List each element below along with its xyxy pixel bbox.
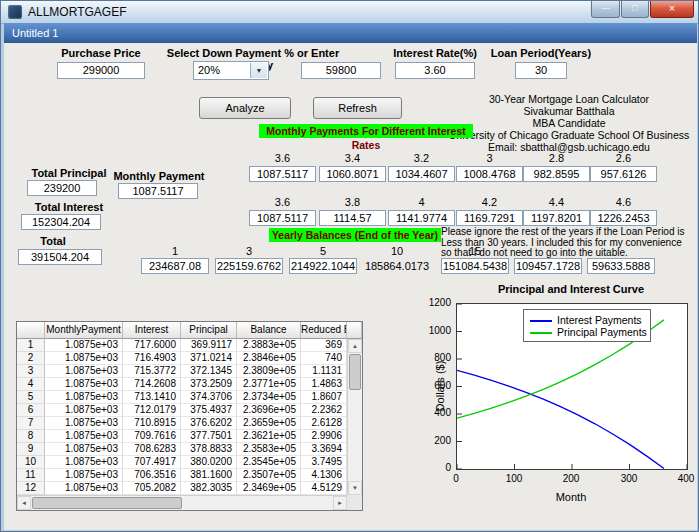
row-number[interactable]: 1 xyxy=(17,339,45,352)
row-number[interactable]: 9 xyxy=(17,443,45,456)
table-cell[interactable]: 1.0875e+03 xyxy=(45,482,123,495)
table-cell[interactable]: 705.2082 xyxy=(123,482,181,495)
table-cell[interactable]: 716.4903 xyxy=(123,352,181,365)
table-cell[interactable]: 2.3545e+05 xyxy=(237,456,301,469)
table-cell[interactable]: 1.0875e+03 xyxy=(45,404,123,417)
row-number[interactable]: 4 xyxy=(17,378,45,391)
table-cell[interactable]: 710.8915 xyxy=(123,417,181,430)
table-cell[interactable]: 3.7495 xyxy=(301,456,347,469)
row-number[interactable]: 5 xyxy=(17,391,45,404)
table-cell[interactable]: 2.3583e+05 xyxy=(237,443,301,456)
table-cell[interactable]: 1.8607 xyxy=(301,391,347,404)
table-cell[interactable]: 1.0875e+03 xyxy=(45,430,123,443)
figure-titlebar[interactable]: Untitled 1 xyxy=(4,23,697,43)
table-cell[interactable]: 371.0214 xyxy=(181,352,237,365)
interest-rate-input[interactable]: 3.60 xyxy=(395,62,475,79)
table-cell[interactable]: 369 xyxy=(301,339,347,352)
monthly-payment-box[interactable]: 1197.8201 xyxy=(523,210,590,226)
table-cell[interactable]: 2.3621e+05 xyxy=(237,430,301,443)
table-cell[interactable]: 1.0875e+03 xyxy=(45,391,123,404)
down-payment-select[interactable]: 20% ▼ xyxy=(193,61,269,80)
monthly-payment-box[interactable]: 1114.57 xyxy=(319,210,386,226)
monthly-payment-box[interactable]: 957.6126 xyxy=(590,166,657,182)
table-cell[interactable]: 709.7616 xyxy=(123,430,181,443)
yearly-balance-box[interactable]: 109457.1728 xyxy=(514,258,582,274)
row-number[interactable]: 11 xyxy=(17,469,45,482)
monthly-payment-box[interactable]: 982.8595 xyxy=(523,166,590,182)
yearly-balance-box[interactable]: 214922.1044 xyxy=(289,258,357,274)
monthly-payment-box[interactable]: 1087.5117 xyxy=(249,166,316,182)
table-cell[interactable]: 2.3809e+05 xyxy=(237,365,301,378)
table-cell[interactable]: 2.3696e+05 xyxy=(237,404,301,417)
refresh-button[interactable]: Refresh xyxy=(313,97,402,119)
table-cell[interactable]: 2.3734e+05 xyxy=(237,391,301,404)
table-cell[interactable]: 715.3772 xyxy=(123,365,181,378)
vertical-scrollbar[interactable]: ▲ ▼ xyxy=(347,339,362,495)
table-cell[interactable]: 2.2362 xyxy=(301,404,347,417)
table-cell[interactable]: 2.6128 xyxy=(301,417,347,430)
table-cell[interactable]: 373.2509 xyxy=(181,378,237,391)
vertical-scroll-thumb[interactable] xyxy=(349,354,361,390)
scroll-down-button[interactable]: ▼ xyxy=(348,481,362,495)
table-cell[interactable]: 1.0875e+03 xyxy=(45,456,123,469)
yearly-balance-box[interactable]: 185864.0173 xyxy=(363,258,431,274)
table-cell[interactable]: 2.3507e+05 xyxy=(237,469,301,482)
total-interest-value[interactable]: 152304.204 xyxy=(21,214,101,230)
row-number[interactable]: 12 xyxy=(17,482,45,495)
yearly-balance-box[interactable]: 151084.5438 xyxy=(441,258,509,274)
close-button[interactable]: × xyxy=(650,1,694,18)
horizontal-scrollbar[interactable]: ◄ ► xyxy=(17,495,347,510)
row-number[interactable]: 8 xyxy=(17,430,45,443)
table-cell[interactable]: 375.4937 xyxy=(181,404,237,417)
yearly-balance-box[interactable]: 59633.5888 xyxy=(587,258,655,274)
row-number[interactable]: 10 xyxy=(17,456,45,469)
total-value[interactable]: 391504.204 xyxy=(18,249,102,265)
table-cell[interactable]: 2.3771e+05 xyxy=(237,378,301,391)
monthly-payment-box[interactable]: 1034.4607 xyxy=(388,166,455,182)
table-cell[interactable]: 714.2608 xyxy=(123,378,181,391)
table-cell[interactable]: 369.9117 xyxy=(181,339,237,352)
table-cell[interactable]: 707.4917 xyxy=(123,456,181,469)
table-cell[interactable]: 2.3883e+05 xyxy=(237,339,301,352)
yearly-balance-box[interactable]: 225159.6762 xyxy=(215,258,283,274)
monthly-payment-box[interactable]: 1169.7291 xyxy=(456,210,523,226)
scroll-left-button[interactable]: ◄ xyxy=(17,496,31,510)
table-cell[interactable]: 706.3516 xyxy=(123,469,181,482)
table-cell[interactable]: 2.3659e+05 xyxy=(237,417,301,430)
down-payment-amount-input[interactable]: 59800 xyxy=(301,62,381,79)
table-cell[interactable]: 380.0200 xyxy=(181,456,237,469)
table-cell[interactable]: 740 xyxy=(301,352,347,365)
table-cell[interactable]: 2.3846e+05 xyxy=(237,352,301,365)
purchase-price-input[interactable]: 299000 xyxy=(57,62,145,79)
row-number[interactable]: 7 xyxy=(17,417,45,430)
scroll-right-button[interactable]: ► xyxy=(333,496,347,510)
monthly-payment-box[interactable]: 1141.9774 xyxy=(388,210,455,226)
row-number[interactable]: 6 xyxy=(17,404,45,417)
table-cell[interactable]: 377.7501 xyxy=(181,430,237,443)
table-cell[interactable]: 1.1131 xyxy=(301,365,347,378)
monthly-payment-box[interactable]: 1060.8071 xyxy=(319,166,386,182)
table-cell[interactable]: 1.4863 xyxy=(301,378,347,391)
table-cell[interactable]: 708.6283 xyxy=(123,443,181,456)
table-cell[interactable]: 1.0875e+03 xyxy=(45,352,123,365)
window-titlebar[interactable]: ALLMORTGAGEF — □ × xyxy=(1,1,698,24)
table-cell[interactable]: 376.6202 xyxy=(181,417,237,430)
scroll-up-button[interactable]: ▲ xyxy=(348,339,362,353)
monthly-payment-value[interactable]: 1087.5117 xyxy=(118,183,198,199)
table-cell[interactable]: 3.3694 xyxy=(301,443,347,456)
table-cell[interactable]: 712.0179 xyxy=(123,404,181,417)
table-cell[interactable]: 4.5129 xyxy=(301,482,347,495)
table-cell[interactable]: 2.3469e+05 xyxy=(237,482,301,495)
table-cell[interactable]: 713.1410 xyxy=(123,391,181,404)
analyze-button[interactable]: Analyze xyxy=(199,97,291,119)
total-principal-value[interactable]: 239200 xyxy=(27,180,97,196)
table-cell[interactable]: 1.0875e+03 xyxy=(45,417,123,430)
table-cell[interactable]: 1.0875e+03 xyxy=(45,339,123,352)
table-cell[interactable]: 1.0875e+03 xyxy=(45,469,123,482)
minimize-button[interactable]: — xyxy=(591,1,620,18)
table-cell[interactable]: 1.0875e+03 xyxy=(45,443,123,456)
row-number[interactable]: 3 xyxy=(17,365,45,378)
table-cell[interactable]: 2.9906 xyxy=(301,430,347,443)
monthly-payment-box[interactable]: 1087.5117 xyxy=(249,210,316,226)
monthly-payment-box[interactable]: 1008.4768 xyxy=(456,166,523,182)
